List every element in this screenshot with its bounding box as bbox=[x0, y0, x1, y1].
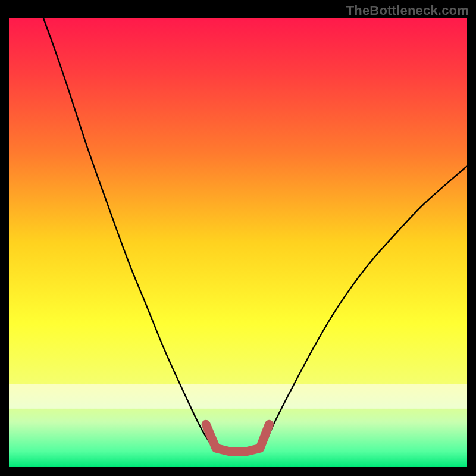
highlight-band bbox=[9, 384, 467, 409]
chart-frame: { "watermark": "TheBottleneck.com", "cha… bbox=[0, 0, 476, 476]
watermark-text: TheBottleneck.com bbox=[346, 3, 469, 18]
bottleneck-chart bbox=[0, 0, 476, 476]
